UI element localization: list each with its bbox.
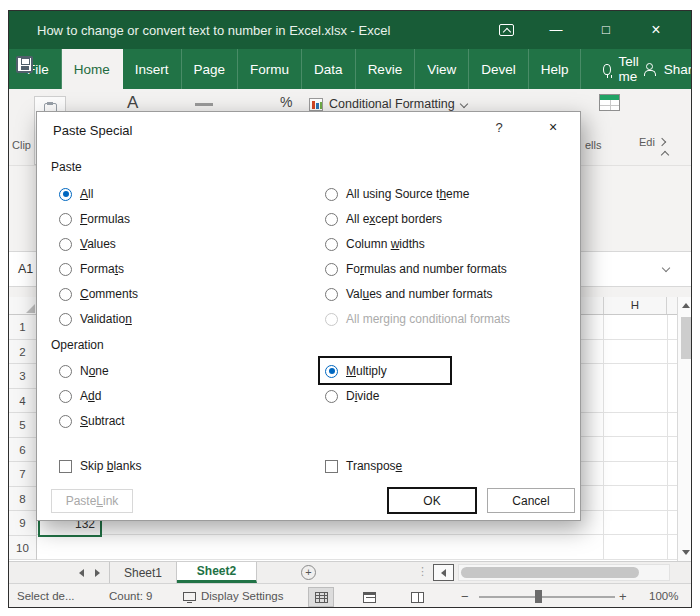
ribbon-display-options-icon [499,24,514,36]
tab-home[interactable]: Home [62,49,123,89]
radio-formulas-number-formats[interactable]: Formulas and number formats [325,260,507,278]
hscroll-left-button[interactable] [433,564,454,581]
normal-view-icon [315,592,328,603]
conditional-formatting-button[interactable]: Conditional Formatting [309,97,467,111]
row-header[interactable]: 1 [9,315,36,340]
column-header-h[interactable]: H [603,297,667,314]
insert-cells-icon[interactable] [599,94,620,111]
radio-multiply[interactable]: Multiply [325,362,387,380]
tab-splitter-icon[interactable]: ⋮ [417,565,428,578]
zoom-slider[interactable] [479,596,615,598]
row-header[interactable]: 3 [9,364,36,389]
tab-formulas[interactable]: Formu [238,49,302,89]
tab-data[interactable]: Data [302,49,356,89]
row-header[interactable]: 6 [9,438,36,463]
page-layout-view-button[interactable] [357,588,381,606]
radio-all-except-borders[interactable]: All except borders [325,210,442,228]
radio-validation[interactable]: Validation [59,310,132,328]
vertical-scrollbar[interactable] [677,297,692,561]
sheet-nav-left-icon[interactable] [79,569,84,577]
radio-comments[interactable]: Comments [59,285,138,303]
name-box[interactable]: A1 [18,262,33,276]
page-layout-icon [363,592,376,603]
dialog-title: Paste Special [53,123,133,138]
sheet-tab-bar: Sheet1 Sheet2 + ⋮ [9,561,691,583]
radio-none[interactable]: None [59,362,109,380]
checkbox-icon [325,460,338,473]
radio-label: All using Source theme [346,187,469,201]
percent-style-button[interactable]: % [280,94,292,110]
close-button[interactable]: × [631,11,681,49]
cancel-button[interactable]: Cancel [487,488,575,513]
minimize-button[interactable]: — [531,11,581,49]
zoom-out-button[interactable]: − [461,589,469,604]
radio-label: All except borders [346,212,442,226]
ribbon-display-options-button[interactable] [481,24,531,36]
tab-help[interactable]: Help [529,49,582,89]
sheet-tab-sheet1[interactable]: Sheet1 [109,562,177,583]
radio-all-using-source-theme[interactable]: All using Source theme [325,185,469,203]
chevron-right-icon [658,138,666,146]
zoom-in-button[interactable]: + [619,589,627,604]
page-break-view-button[interactable] [405,588,429,606]
zoom-slider-thumb[interactable] [535,590,542,603]
radio-icon [59,390,72,403]
radio-add[interactable]: Add [59,387,101,405]
tab-insert[interactable]: Insert [123,49,182,89]
save-icon[interactable] [16,56,33,73]
collapse-ribbon-icon[interactable] [661,151,669,159]
radio-icon [325,238,338,251]
formula-bar-expand-icon[interactable] [662,264,670,272]
checkbox-label: Skip blanks [80,459,141,473]
tab-page-layout[interactable]: Page [182,49,239,89]
radio-formulas[interactable]: Formulas [59,210,130,228]
radio-values-number-formats[interactable]: Values and number formats [325,285,493,303]
dialog-help-button[interactable]: ? [484,116,514,140]
checkbox-skip-blanks[interactable]: Skip blanks [59,457,141,475]
tab-review[interactable]: Revie [356,49,416,89]
radio-all[interactable]: All [59,185,93,203]
sheet-tab-sheet2[interactable]: Sheet2 [177,562,257,583]
radio-formats[interactable]: Formats [59,260,124,278]
radio-label: Values [80,237,116,251]
row-header[interactable]: 7 [9,462,36,487]
row-header[interactable]: 5 [9,413,36,438]
ribbon-tab-bar: File Home Insert Page Formu Data Revie V… [9,49,691,89]
tell-me-button[interactable]: Tell me [603,49,642,89]
row-header[interactable]: 8 [9,487,36,512]
radio-subtract[interactable]: Subtract [59,412,125,430]
radio-selected-icon [325,365,338,378]
checkbox-transpose[interactable]: Transpose [325,457,402,475]
radio-column-widths[interactable]: Column widths [325,235,425,253]
cells-group-label: ells [585,139,602,151]
zoom-level[interactable]: 100% [649,590,678,602]
radio-label: All merging conditional formats [346,312,510,326]
row-header[interactable]: 4 [9,389,36,414]
tab-developer[interactable]: Devel [469,49,529,89]
maximize-button[interactable]: □ [581,11,631,49]
radio-values[interactable]: Values [59,235,116,253]
font-button[interactable]: A [127,93,138,113]
share-button[interactable]: Share [643,49,692,89]
normal-view-button[interactable] [309,588,333,606]
ok-button[interactable]: OK [387,487,477,514]
horizontal-scrollbar[interactable] [458,564,670,581]
scroll-down-icon[interactable] [682,550,690,555]
select-all-corner[interactable] [9,297,37,315]
scroll-up-icon[interactable] [682,303,690,308]
sheet-nav-right-icon[interactable] [95,569,100,577]
tab-view[interactable]: View [415,49,469,89]
row-header[interactable]: 9 [9,511,36,536]
row-header[interactable]: 10 [9,536,36,561]
vertical-scrollbar-thumb[interactable] [681,317,691,359]
radio-divide[interactable]: Divide [325,387,379,405]
borders-button[interactable] [195,103,213,106]
row-header[interactable]: 2 [9,340,36,365]
radio-label: Comments [80,287,138,301]
horizontal-scrollbar-thumb[interactable] [461,567,639,578]
new-sheet-button[interactable]: + [301,565,316,580]
dialog-close-button[interactable]: × [531,114,575,140]
titlebar: How to change or convert text to number … [9,11,691,49]
display-settings-button[interactable]: Display Settings [201,590,283,602]
radio-icon [59,263,72,276]
